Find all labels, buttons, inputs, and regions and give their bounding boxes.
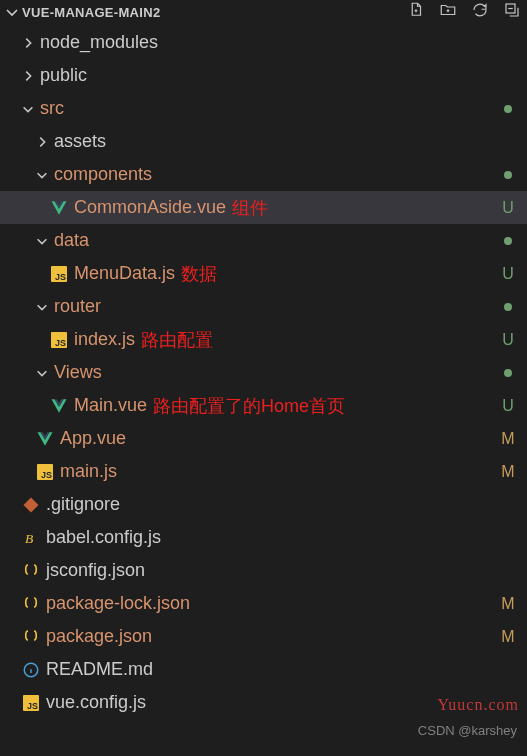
git-status-badge: M — [499, 430, 517, 448]
json-icon — [20, 628, 42, 646]
tree-row[interactable]: .gitignore — [0, 488, 527, 521]
vue-icon — [34, 430, 56, 448]
js-icon: JS — [20, 695, 42, 711]
git-status-badge: U — [499, 397, 517, 415]
git-modified-dot-icon — [499, 303, 517, 311]
new-folder-icon[interactable] — [439, 1, 457, 23]
git-modified-dot-icon — [499, 105, 517, 113]
folder-label: components — [54, 164, 152, 185]
file-label: package.json — [46, 626, 152, 647]
chevron-down-icon[interactable] — [34, 168, 50, 182]
tree-row[interactable]: router — [0, 290, 527, 323]
tree-row[interactable]: JSmain.jsM — [0, 455, 527, 488]
file-label: .gitignore — [46, 494, 120, 515]
folder-label: Views — [54, 362, 102, 383]
chevron-down-icon[interactable] — [34, 366, 50, 380]
vue-icon — [48, 199, 70, 217]
folder-label: node_modules — [40, 32, 158, 53]
git-status-badge: U — [499, 265, 517, 283]
watermark-site: Yuucn.com — [438, 696, 519, 714]
file-label: CommonAside.vue — [74, 197, 226, 218]
tree-row[interactable]: JSMenuData.js数据U — [0, 257, 527, 290]
annotation-label: 数据 — [181, 262, 217, 286]
tree-row[interactable]: App.vueM — [0, 422, 527, 455]
tree-row[interactable]: Bbabel.config.js — [0, 521, 527, 554]
tree-row[interactable]: Views — [0, 356, 527, 389]
js-icon: JS — [48, 266, 70, 282]
tree-row[interactable]: components — [0, 158, 527, 191]
info-icon — [20, 661, 42, 679]
tree-row[interactable]: public — [0, 59, 527, 92]
folder-label: src — [40, 98, 64, 119]
file-label: jsconfig.json — [46, 560, 145, 581]
folder-label: assets — [54, 131, 106, 152]
file-label: package-lock.json — [46, 593, 190, 614]
tree-row[interactable]: data — [0, 224, 527, 257]
file-label: README.md — [46, 659, 153, 680]
explorer-header: VUE-MANAGE-MAIN2 — [0, 0, 527, 24]
file-label: Main.vue — [74, 395, 147, 416]
tree-row[interactable]: README.md — [0, 653, 527, 686]
tree-row[interactable]: assets — [0, 125, 527, 158]
chevron-right-icon[interactable] — [20, 69, 36, 83]
tree-row[interactable]: jsconfig.json — [0, 554, 527, 587]
svg-text:B: B — [25, 530, 33, 545]
file-tree: node_modulespublicsrcassetscomponentsCom… — [0, 24, 527, 719]
json-icon — [20, 562, 42, 580]
project-title: VUE-MANAGE-MAIN2 — [22, 5, 407, 20]
file-label: index.js — [74, 329, 135, 350]
header-actions — [407, 1, 521, 23]
git-modified-dot-icon — [499, 171, 517, 179]
folder-label: router — [54, 296, 101, 317]
js-icon: JS — [48, 332, 70, 348]
annotation-label: 路由配置了的Home首页 — [153, 394, 345, 418]
git-status-badge: M — [499, 463, 517, 481]
chevron-down-icon[interactable] — [20, 102, 36, 116]
git-status-badge: U — [499, 199, 517, 217]
tree-row[interactable]: src — [0, 92, 527, 125]
vue-icon — [48, 397, 70, 415]
git-modified-dot-icon — [499, 369, 517, 377]
folder-label: data — [54, 230, 89, 251]
git-icon — [20, 496, 42, 514]
chevron-down-icon[interactable] — [34, 300, 50, 314]
git-status-badge: U — [499, 331, 517, 349]
chevron-down-icon[interactable] — [4, 4, 20, 20]
annotation-label: 组件 — [232, 196, 268, 220]
tree-row[interactable]: Main.vue路由配置了的Home首页U — [0, 389, 527, 422]
file-label: main.js — [60, 461, 117, 482]
folder-label: public — [40, 65, 87, 86]
chevron-right-icon[interactable] — [34, 135, 50, 149]
chevron-right-icon[interactable] — [20, 36, 36, 50]
babel-icon: B — [20, 529, 42, 547]
file-label: MenuData.js — [74, 263, 175, 284]
tree-row[interactable]: package.jsonM — [0, 620, 527, 653]
git-modified-dot-icon — [499, 237, 517, 245]
refresh-icon[interactable] — [471, 1, 489, 23]
file-label: App.vue — [60, 428, 126, 449]
chevron-down-icon[interactable] — [34, 234, 50, 248]
file-label: vue.config.js — [46, 692, 146, 713]
json-icon — [20, 595, 42, 613]
js-icon: JS — [34, 464, 56, 480]
tree-row[interactable]: CommonAside.vue组件U — [0, 191, 527, 224]
collapse-all-icon[interactable] — [503, 1, 521, 23]
git-status-badge: M — [499, 595, 517, 613]
tree-row[interactable]: package-lock.jsonM — [0, 587, 527, 620]
annotation-label: 路由配置 — [141, 328, 213, 352]
git-status-badge: M — [499, 628, 517, 646]
tree-row[interactable]: node_modules — [0, 26, 527, 59]
new-file-icon[interactable] — [407, 1, 425, 23]
file-label: babel.config.js — [46, 527, 161, 548]
tree-row[interactable]: JSindex.js路由配置U — [0, 323, 527, 356]
watermark-author: CSDN @karshey — [418, 723, 517, 738]
